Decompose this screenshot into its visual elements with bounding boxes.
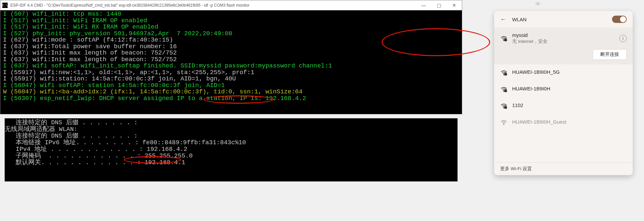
wifi-secure-icon bbox=[500, 86, 507, 93]
network-name: 1102 bbox=[512, 102, 523, 108]
ipconfig-output[interactable]: 连接特定的 DNS 后缀 . . . . . . . :无线局域网适配器 WLA… bbox=[5, 118, 458, 181]
titlebar[interactable]: C:\ ESP-IDF 4.4 CMD - "G:\DevTools\Espre… bbox=[0, 0, 462, 10]
wifi-open-icon bbox=[500, 119, 507, 126]
esp-idf-terminal-window: C:\ ESP-IDF 4.4 CMD - "G:\DevTools\Espre… bbox=[0, 0, 462, 114]
network-name: HUAWEI-1B9I0H bbox=[512, 86, 550, 91]
cmd-icon: C:\ bbox=[2, 3, 8, 8]
info-icon[interactable]: i bbox=[619, 35, 627, 42]
wifi-secure-icon bbox=[500, 102, 507, 110]
network-item[interactable]: HUAWEI-1B9I0H bbox=[494, 81, 633, 98]
network-name: HUAWEI-1B9I0H_Guest bbox=[512, 119, 566, 125]
network-name: HUAWEI-1B9I0H_5G bbox=[512, 69, 560, 75]
back-arrow-icon[interactable]: ← bbox=[500, 16, 506, 23]
window-controls: — ▢ ✕ bbox=[416, 0, 462, 10]
wifi-toggle[interactable] bbox=[612, 16, 627, 23]
wifi-flyout-panel: ← WLAN myssid 无 Internet，安全 i 断开连接 bbox=[494, 11, 633, 175]
terminal-output[interactable]: I (507) wifi_init: tcp mss: 1440I (517) … bbox=[0, 10, 462, 114]
svg-rect-1 bbox=[504, 39, 506, 41]
connected-ssid: myssid bbox=[512, 32, 619, 38]
maximize-button[interactable]: ▢ bbox=[431, 0, 447, 10]
svg-point-4 bbox=[503, 91, 504, 92]
svg-rect-3 bbox=[504, 73, 506, 75]
svg-rect-5 bbox=[504, 90, 506, 92]
eye-icon: 👁 bbox=[535, 1, 541, 8]
network-item[interactable]: 1102 bbox=[494, 98, 633, 114]
connected-status: 无 Internet，安全 bbox=[512, 39, 619, 45]
disconnect-button[interactable]: 断开连接 bbox=[593, 49, 627, 60]
wifi-secure-icon bbox=[500, 35, 507, 42]
network-item[interactable]: HUAWEI-1B9I0H_Guest bbox=[494, 114, 633, 131]
svg-point-2 bbox=[503, 74, 504, 75]
wifi-secure-icon bbox=[500, 69, 507, 76]
more-wifi-settings-link[interactable]: 更多 Wi-Fi 设置 bbox=[494, 162, 633, 175]
close-button[interactable]: ✕ bbox=[447, 0, 462, 10]
svg-point-8 bbox=[503, 124, 504, 125]
window-title: ESP-IDF 4.4 CMD - "G:\DevTools\Espressif… bbox=[10, 3, 416, 8]
svg-point-0 bbox=[503, 40, 504, 41]
network-item[interactable]: HUAWEI-1B9I0H_5G bbox=[494, 64, 633, 81]
svg-point-6 bbox=[503, 108, 504, 108]
network-item-connected[interactable]: myssid 无 Internet，安全 i 断开连接 bbox=[494, 28, 633, 64]
wifi-header: ← WLAN bbox=[494, 11, 633, 28]
network-list: myssid 无 Internet，安全 i 断开连接 HUAWEI-1B9I0… bbox=[494, 28, 633, 162]
svg-rect-7 bbox=[504, 107, 506, 109]
wifi-panel-title: WLAN bbox=[512, 17, 612, 22]
minimize-button[interactable]: — bbox=[416, 0, 431, 10]
